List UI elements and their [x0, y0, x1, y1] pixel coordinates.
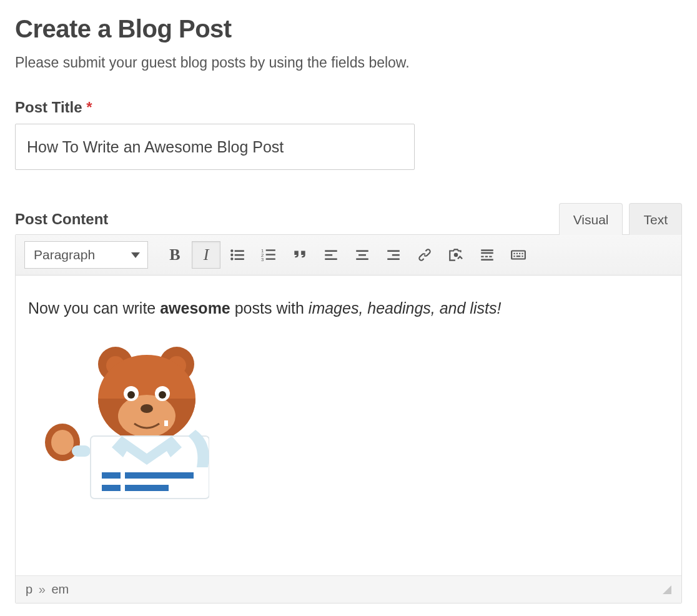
svg-rect-31: [519, 253, 520, 254]
svg-rect-7: [266, 249, 275, 251]
svg-rect-55: [125, 485, 169, 491]
svg-rect-32: [522, 253, 523, 254]
quote-icon: [292, 247, 308, 263]
editor-toolbar: Paragraph B I 123: [16, 235, 681, 276]
path-seg-p[interactable]: p: [26, 582, 32, 596]
svg-rect-3: [235, 254, 244, 256]
svg-point-2: [230, 254, 233, 256]
format-dropdown[interactable]: Paragraph: [24, 241, 148, 269]
svg-rect-35: [522, 256, 523, 257]
svg-rect-29: [513, 253, 515, 254]
align-center-icon: [354, 247, 370, 263]
svg-rect-1: [235, 250, 244, 252]
svg-point-4: [230, 257, 233, 260]
svg-rect-23: [481, 252, 493, 254]
align-left-button[interactable]: [317, 241, 345, 269]
format-dropdown-value: Paragraph: [34, 247, 95, 262]
svg-rect-25: [485, 256, 488, 257]
svg-rect-24: [481, 256, 483, 257]
svg-rect-34: [517, 256, 521, 257]
svg-rect-20: [387, 258, 400, 260]
bullet-list-button[interactable]: [223, 241, 252, 269]
svg-point-21: [454, 253, 458, 257]
editor-statusbar: p » em: [16, 575, 681, 603]
resize-grip[interactable]: [663, 585, 671, 594]
bold-icon: B: [169, 246, 180, 264]
svg-rect-30: [517, 253, 518, 254]
svg-rect-28: [512, 251, 525, 259]
post-content-label: Post Content: [15, 211, 108, 234]
numbered-list-button[interactable]: 123: [254, 241, 283, 269]
svg-rect-18: [387, 250, 400, 252]
svg-rect-17: [356, 258, 368, 260]
toolbar-toggle-button[interactable]: [504, 241, 533, 269]
svg-point-49: [141, 404, 153, 413]
media-icon: [448, 247, 464, 263]
align-left-icon: [323, 247, 339, 263]
bold-button[interactable]: B: [161, 241, 189, 269]
editor-body[interactable]: Now you can write awesome posts with ima…: [16, 276, 681, 575]
svg-rect-38: [72, 445, 91, 457]
path-separator: »: [36, 582, 48, 596]
link-button[interactable]: [410, 241, 439, 269]
insert-media-button[interactable]: [442, 241, 470, 269]
svg-rect-16: [358, 254, 366, 256]
link-icon: [417, 247, 433, 263]
bullet-list-icon: [229, 247, 245, 263]
editor-tabs: Visual Text: [559, 202, 682, 234]
post-title-label-text: Post Title: [15, 99, 82, 116]
align-right-icon: [385, 247, 402, 263]
svg-point-37: [51, 430, 74, 455]
svg-rect-53: [125, 472, 194, 479]
svg-rect-52: [102, 472, 121, 479]
svg-point-47: [127, 391, 135, 399]
svg-rect-12: [325, 250, 337, 252]
text-run: Now you can write: [28, 299, 160, 317]
svg-rect-27: [481, 259, 493, 261]
svg-rect-13: [325, 254, 332, 256]
read-more-icon: [479, 247, 495, 263]
svg-rect-54: [102, 485, 121, 491]
post-title-input[interactable]: [15, 124, 415, 170]
svg-rect-33: [513, 256, 515, 257]
tab-text[interactable]: Text: [629, 203, 682, 235]
page-description: Please submit your guest blog posts by u…: [15, 54, 682, 71]
align-center-button[interactable]: [348, 241, 377, 269]
align-right-button[interactable]: [379, 241, 408, 269]
text-run-italic: images, headings, and lists!: [309, 299, 502, 317]
text-run: posts with: [230, 299, 309, 317]
svg-point-44: [118, 395, 175, 437]
italic-button[interactable]: I: [192, 241, 220, 269]
post-content-field: Post Content Visual Text Paragraph B I 1…: [15, 202, 682, 604]
svg-rect-15: [356, 250, 368, 252]
svg-rect-11: [266, 258, 275, 259]
required-marker: *: [86, 99, 92, 116]
svg-rect-22: [481, 249, 493, 251]
svg-text:3: 3: [261, 257, 264, 262]
blockquote-button[interactable]: [285, 241, 314, 269]
read-more-button[interactable]: [473, 241, 502, 269]
svg-rect-19: [392, 254, 400, 256]
text-run-bold: awesome: [160, 299, 230, 317]
path-seg-em[interactable]: em: [51, 582, 69, 596]
editor-paragraph: Now you can write awesome posts with ima…: [28, 299, 669, 317]
svg-point-0: [230, 249, 233, 252]
svg-rect-9: [266, 254, 275, 255]
numbered-list-icon: 123: [260, 247, 277, 263]
chevron-down-icon: [131, 252, 140, 258]
rich-text-editor: Paragraph B I 123: [15, 234, 682, 604]
keyboard-icon: [510, 247, 526, 263]
svg-point-48: [159, 391, 166, 399]
bear-mascot-image[interactable]: [28, 336, 209, 505]
post-title-label: Post Title *: [15, 99, 682, 116]
svg-rect-14: [325, 258, 337, 260]
page-title: Create a Blog Post: [15, 15, 682, 43]
italic-icon: I: [204, 246, 209, 264]
svg-rect-5: [235, 258, 244, 260]
element-path[interactable]: p » em: [26, 582, 69, 597]
svg-rect-50: [164, 420, 168, 426]
post-title-field: Post Title *: [15, 99, 682, 170]
svg-rect-26: [489, 256, 492, 257]
tab-visual[interactable]: Visual: [559, 203, 623, 235]
